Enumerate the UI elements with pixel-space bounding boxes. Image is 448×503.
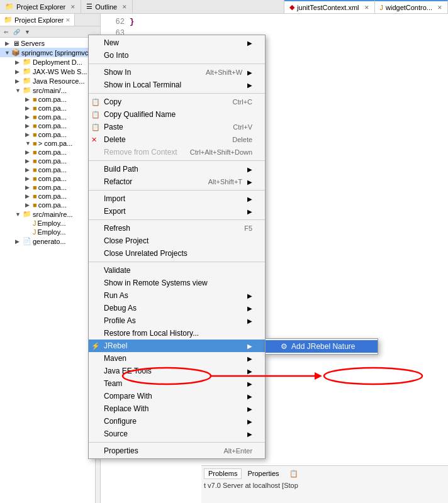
menu-item-remove-context[interactable]: Remove from Context Ctrl+Alt+Shift+Down (89, 146, 265, 158)
menu-item-copy[interactable]: 📋 Copy Ctrl+C (89, 96, 265, 108)
menu-export-arrow: ▶ (247, 208, 252, 215)
menu-properties-shortcut: Alt+Enter (224, 447, 253, 455)
menu-refactor-shortcut: Alt+Shift+T (208, 178, 242, 185)
menu-item-export[interactable]: Export ▶ (89, 205, 265, 218)
menu-new-label: New (104, 38, 242, 47)
menu-item-show-remote[interactable]: Show in Remote Systems view (89, 277, 265, 289)
paste-icon: 📋 (91, 123, 100, 131)
menu-terminal-label: Show in Local Terminal (104, 80, 242, 89)
submenu-item-add-nature[interactable]: ⚙ Add JRebel Nature (266, 340, 378, 353)
menu-configure-label: Configure (104, 417, 242, 426)
menu-remote-label: Show in Remote Systems view (104, 279, 252, 287)
sep1 (89, 64, 265, 64)
menu-jrebel-arrow: ▶ (247, 343, 252, 350)
sep4 (89, 190, 265, 191)
menu-copyq-label: Copy Qualified Name (104, 110, 252, 119)
arrow-head (315, 372, 322, 380)
menu-refresh-shortcut: F5 (244, 224, 252, 232)
menu-gointo-label: Go Into (104, 51, 252, 60)
menu-item-run-as[interactable]: Run As ▶ (89, 289, 265, 302)
menu-item-paste[interactable]: 📋 Paste Ctrl+V (89, 121, 265, 133)
menu-copy-shortcut: Ctrl+C (233, 98, 252, 106)
menu-item-show-terminal[interactable]: Show in Local Terminal ▶ (89, 79, 265, 91)
jrebel-icon: ⚡ (91, 342, 100, 350)
menu-debugas-label: Debug As (104, 304, 242, 312)
menu-paste-shortcut: Ctrl+V (233, 123, 252, 131)
add-nature-label: Add JRebel Nature (291, 342, 355, 351)
menu-item-debug-as[interactable]: Debug As ▶ (89, 302, 265, 314)
menu-item-validate[interactable]: Validate (89, 264, 265, 277)
menu-copy-label: Copy (104, 97, 220, 106)
menu-item-maven[interactable]: Maven ▶ (89, 352, 265, 365)
menu-item-team[interactable]: Team ▶ (89, 377, 265, 390)
menu-maven-arrow: ▶ (247, 355, 252, 362)
menu-item-new[interactable]: New ▶ (89, 36, 265, 49)
sep7 (89, 442, 265, 443)
menu-item-properties[interactable]: Properties Alt+Enter (89, 445, 265, 457)
menu-item-delete[interactable]: ✕ Delete Delete (89, 133, 265, 146)
menu-validate-label: Validate (104, 266, 252, 275)
menu-source-arrow: ▶ (247, 431, 252, 438)
menu-item-jrebel[interactable]: ⚡ JRebel ▶ ⚙ Add JRebel Nature (89, 340, 265, 352)
menu-item-profile-as[interactable]: Profile As ▶ (89, 314, 265, 327)
menu-runas-label: Run As (104, 291, 242, 300)
menu-import-label: Import (104, 194, 242, 203)
menu-export-label: Export (104, 207, 242, 216)
menu-compare-arrow: ▶ (247, 393, 252, 400)
menu-debugas-arrow: ▶ (247, 305, 252, 312)
menu-item-close-unrelated[interactable]: Close Unrelated Projects (89, 247, 265, 260)
menu-item-build-path[interactable]: Build Path ▶ (89, 163, 265, 175)
menu-item-copy-qualified[interactable]: 📋 Copy Qualified Name (89, 108, 265, 121)
menu-remove-label: Remove from Context (104, 148, 177, 157)
menu-runas-arrow: ▶ (247, 292, 252, 299)
menu-close-label: Close Project (104, 236, 252, 245)
menu-refactor-label: Refactor (104, 177, 196, 186)
menu-team-arrow: ▶ (247, 380, 252, 387)
menu-replace-arrow: ▶ (247, 406, 252, 412)
sep5 (89, 219, 265, 220)
add-nature-icon: ⚙ (281, 342, 288, 351)
menu-item-show-in[interactable]: Show In Alt+Shift+W ▶ (89, 66, 265, 79)
menu-item-java-ee[interactable]: Java EE Tools ▶ (89, 365, 265, 377)
menu-item-source[interactable]: Source ▶ (89, 428, 265, 440)
menu-item-refresh[interactable]: Refresh F5 (89, 222, 265, 235)
menu-source-label: Source (104, 429, 242, 438)
menu-showin-label: Show In (104, 68, 193, 77)
menu-build-label: Build Path (104, 165, 242, 174)
menu-item-replace[interactable]: Replace With ▶ (89, 402, 265, 415)
menu-item-refactor[interactable]: Refactor Alt+Shift+T ▶ (89, 175, 265, 188)
menu-javaee-arrow: ▶ (247, 368, 252, 375)
menu-delete-shortcut: Delete (232, 136, 252, 143)
menu-item-import[interactable]: Import ▶ (89, 192, 265, 205)
copy-icon: 📋 (91, 98, 100, 106)
delete-icon: ✕ (91, 136, 97, 144)
submenu-highlight-circle (324, 368, 422, 384)
menu-properties-label: Properties (104, 446, 211, 455)
menu-maven-label: Maven (104, 354, 242, 363)
menu-refresh-label: Refresh (104, 224, 232, 233)
menu-team-label: Team (104, 379, 242, 388)
menu-delete-label: Delete (104, 135, 220, 144)
menu-item-restore-history[interactable]: Restore from Local History... (89, 327, 265, 340)
sep6 (89, 262, 265, 262)
menu-closeunrelated-label: Close Unrelated Projects (104, 249, 252, 258)
menu-item-configure[interactable]: Configure ▶ (89, 415, 265, 428)
menu-showin-shortcut: Alt+Shift+W (206, 69, 242, 76)
menu-jrebel-label: JRebel (104, 341, 242, 350)
menu-replace-label: Replace With (104, 404, 242, 413)
menu-remove-shortcut: Ctrl+Alt+Shift+Down (190, 148, 252, 156)
menu-item-compare[interactable]: Compare With ▶ (89, 390, 265, 402)
context-menu-overlay: New ▶ Go Into Show In Alt+Shift+W ▶ Show… (0, 0, 448, 503)
menu-import-arrow: ▶ (247, 196, 252, 202)
menu-refactor-arrow: ▶ (247, 179, 252, 185)
menu-terminal-arrow: ▶ (247, 82, 252, 89)
copy-q-icon: 📋 (91, 111, 100, 119)
menu-restore-label: Restore from Local History... (104, 329, 252, 338)
context-menu: New ▶ Go Into Show In Alt+Shift+W ▶ Show… (88, 35, 266, 459)
menu-javaee-label: Java EE Tools (104, 367, 242, 375)
jrebel-submenu: ⚙ Add JRebel Nature (265, 338, 378, 355)
menu-item-close-project[interactable]: Close Project (89, 235, 265, 247)
menu-item-go-into[interactable]: Go Into (89, 49, 265, 62)
menu-paste-label: Paste (104, 123, 220, 131)
menu-profileas-label: Profile As (104, 316, 242, 325)
